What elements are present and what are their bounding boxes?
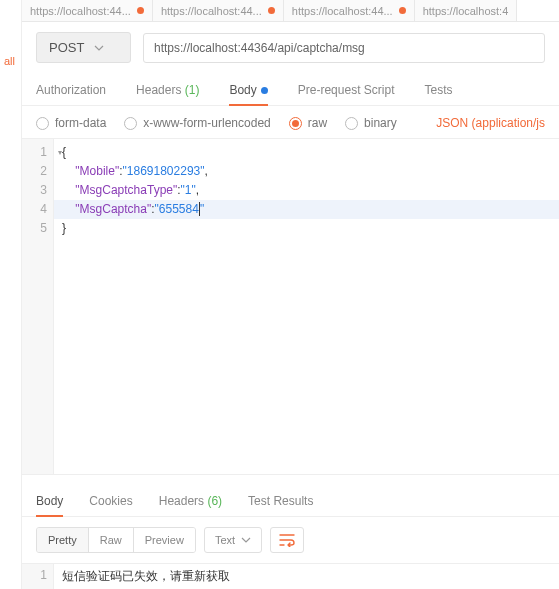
radio-icon	[345, 117, 358, 130]
tab-label: https://localhost:44...	[161, 5, 262, 17]
request-tabbar: https://localhost:44... https://localhos…	[22, 0, 559, 22]
content-type-select[interactable]: JSON (application/js	[436, 116, 545, 130]
response-body-viewer[interactable]: 1 短信验证码已失效，请重新获取	[22, 564, 559, 589]
method-label: POST	[49, 40, 84, 55]
chevron-down-icon	[94, 43, 104, 53]
tab-tests[interactable]: Tests	[424, 77, 452, 105]
tab-label: https://localhost:4	[423, 5, 509, 17]
tab-authorization[interactable]: Authorization	[36, 77, 106, 105]
tab-prerequest[interactable]: Pre-request Script	[298, 77, 395, 105]
format-select[interactable]: Text	[204, 527, 262, 553]
editor-code[interactable]: { "Mobile":"18691802293", "MsgCaptchaTyp…	[54, 139, 559, 474]
radio-icon	[124, 117, 137, 130]
response-tab-cookies[interactable]: Cookies	[89, 488, 132, 516]
radio-urlencoded[interactable]: x-www-form-urlencoded	[124, 116, 270, 130]
view-raw-button[interactable]: Raw	[89, 528, 134, 552]
radio-binary[interactable]: binary	[345, 116, 397, 130]
radio-raw[interactable]: raw	[289, 116, 327, 130]
request-tab[interactable]: https://localhost:44...	[284, 0, 415, 21]
response-tab-body[interactable]: Body	[36, 488, 63, 516]
response-tab-headers[interactable]: Headers (6)	[159, 488, 222, 516]
chevron-down-icon	[241, 535, 251, 545]
tab-label: https://localhost:44...	[30, 5, 131, 17]
response-tab-testresults[interactable]: Test Results	[248, 488, 313, 516]
response-gutter: 1	[22, 564, 54, 589]
radio-icon	[289, 117, 302, 130]
headers-count: (6)	[207, 494, 222, 508]
view-pretty-button[interactable]: Pretty	[37, 528, 89, 552]
url-input[interactable]: https://localhost:44364/api/captcha/msg	[143, 33, 545, 63]
method-select[interactable]: POST	[36, 32, 131, 63]
wrap-toggle-button[interactable]	[270, 527, 304, 553]
view-preview-button[interactable]: Preview	[134, 528, 195, 552]
response-text: 短信验证码已失效，请重新获取	[54, 564, 559, 589]
tab-headers[interactable]: Headers (1)	[136, 77, 199, 105]
view-mode-group: Pretty Raw Preview	[36, 527, 196, 553]
modified-dot-icon	[399, 7, 406, 14]
tab-label: https://localhost:44...	[292, 5, 393, 17]
tab-body[interactable]: Body	[229, 77, 267, 105]
modified-dot-icon	[268, 7, 275, 14]
body-modified-dot-icon	[261, 87, 268, 94]
request-tab[interactable]: https://localhost:44...	[153, 0, 284, 21]
editor-gutter: 1 2 3 4 5	[22, 139, 54, 474]
sidebar-all-label[interactable]: all	[4, 55, 15, 67]
wrap-icon	[279, 533, 295, 547]
request-body-editor[interactable]: 1 2 3 4 5 { "Mobile":"18691802293", "Msg…	[22, 139, 559, 474]
request-tab[interactable]: https://localhost:44...	[22, 0, 153, 21]
modified-dot-icon	[137, 7, 144, 14]
radio-icon	[36, 117, 49, 130]
headers-count: (1)	[185, 83, 200, 97]
radio-form-data[interactable]: form-data	[36, 116, 106, 130]
request-tab[interactable]: https://localhost:4	[415, 0, 518, 21]
